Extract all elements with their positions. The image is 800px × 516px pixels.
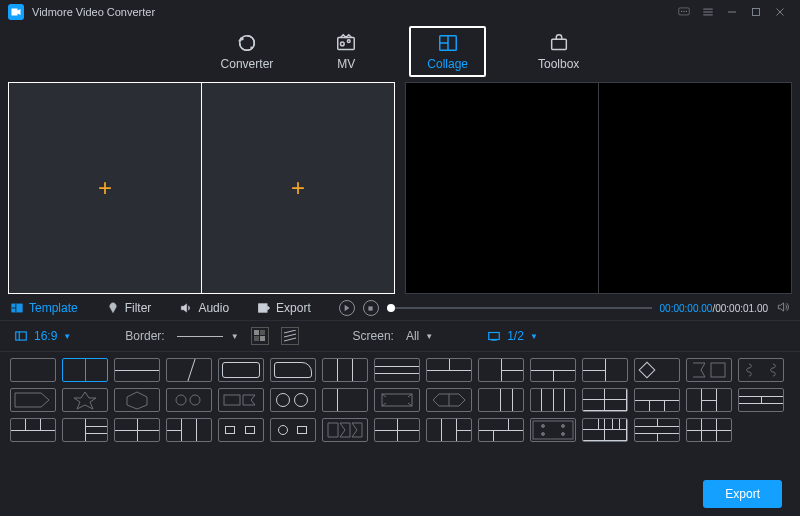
template-item[interactable]: [322, 388, 368, 412]
template-item[interactable]: [478, 358, 524, 382]
svg-point-35: [542, 425, 545, 428]
collage-slot[interactable]: +: [202, 83, 394, 293]
template-item[interactable]: [374, 358, 420, 382]
border-color-button[interactable]: [251, 327, 269, 345]
nav-converter-label: Converter: [221, 57, 274, 71]
template-item[interactable]: [634, 388, 680, 412]
nav-mv[interactable]: MV: [325, 28, 367, 75]
nav-toolbox[interactable]: Toolbox: [528, 28, 589, 75]
svg-point-2: [683, 11, 684, 12]
template-item[interactable]: [582, 418, 628, 442]
export-button[interactable]: Export: [703, 480, 782, 508]
time-total: 00:00:01.00: [715, 303, 768, 314]
stop-button[interactable]: [363, 300, 379, 316]
svg-rect-34: [533, 421, 573, 439]
maximize-button[interactable]: [744, 3, 768, 21]
template-item[interactable]: [426, 358, 472, 382]
template-item[interactable]: [218, 358, 264, 382]
template-item[interactable]: [582, 358, 628, 382]
svg-point-37: [542, 433, 545, 436]
border-style-select[interactable]: ▼: [177, 332, 239, 341]
minimize-button[interactable]: [720, 3, 744, 21]
template-item[interactable]: [166, 358, 212, 382]
template-item[interactable]: [322, 358, 368, 382]
svg-rect-16: [260, 330, 265, 335]
menu-icon[interactable]: [696, 3, 720, 21]
template-item[interactable]: [478, 418, 524, 442]
template-item[interactable]: [114, 358, 160, 382]
template-item[interactable]: [426, 388, 472, 412]
feedback-icon[interactable]: [672, 3, 696, 21]
screen-select[interactable]: All ▼: [406, 329, 433, 343]
template-item[interactable]: [270, 418, 316, 442]
subtab-audio[interactable]: Audio: [179, 301, 229, 315]
svg-rect-19: [489, 333, 500, 340]
border-pattern-button[interactable]: [281, 327, 299, 345]
template-toolbar: 16:9 ▼ Border: ▼ Screen: All ▼ 1/2 ▼: [0, 320, 800, 352]
template-item[interactable]: [10, 358, 56, 382]
svg-point-1: [681, 11, 682, 12]
template-item[interactable]: [530, 418, 576, 442]
template-item[interactable]: [322, 418, 368, 442]
template-item[interactable]: [62, 358, 108, 382]
svg-rect-13: [369, 306, 373, 310]
template-item[interactable]: [114, 418, 160, 442]
template-item[interactable]: [114, 388, 160, 412]
svg-rect-20: [491, 340, 497, 341]
template-item[interactable]: [166, 388, 212, 412]
template-item[interactable]: [166, 418, 212, 442]
template-item[interactable]: [478, 388, 524, 412]
time-current: 00:00:00.00: [660, 303, 713, 314]
seek-slider[interactable]: [387, 307, 652, 309]
collage-slot[interactable]: +: [9, 83, 202, 293]
aspect-ratio-value: 16:9: [34, 329, 57, 343]
sub-tab-bar: Template Filter Audio Export 00:00:00.00…: [0, 294, 800, 320]
subtab-export[interactable]: Export: [257, 301, 311, 315]
subtab-template-label: Template: [29, 301, 78, 315]
svg-rect-29: [382, 394, 412, 406]
template-item[interactable]: [270, 358, 316, 382]
template-item[interactable]: [686, 388, 732, 412]
template-item[interactable]: [270, 388, 316, 412]
template-item[interactable]: [426, 418, 472, 442]
aspect-ratio-select[interactable]: 16:9 ▼: [14, 329, 71, 343]
template-item[interactable]: [634, 418, 680, 442]
template-item[interactable]: [62, 418, 108, 442]
nav-collage-label: Collage: [427, 57, 468, 71]
nav-converter[interactable]: Converter: [211, 28, 284, 75]
svg-marker-22: [15, 393, 49, 407]
template-item[interactable]: [686, 358, 732, 382]
svg-point-7: [341, 42, 345, 46]
svg-rect-21: [711, 363, 725, 377]
template-item[interactable]: [738, 358, 784, 382]
subtab-template[interactable]: Template: [10, 301, 78, 315]
template-item[interactable]: [686, 418, 732, 442]
template-item[interactable]: [582, 388, 628, 412]
template-item[interactable]: [10, 388, 56, 412]
svg-marker-32: [340, 423, 350, 437]
page-value: 1/2: [507, 329, 524, 343]
titlebar: Vidmore Video Converter: [0, 0, 800, 24]
template-item[interactable]: [530, 358, 576, 382]
volume-icon[interactable]: [776, 300, 790, 316]
svg-rect-18: [260, 336, 265, 341]
template-item[interactable]: [634, 358, 680, 382]
subtab-filter[interactable]: Filter: [106, 301, 152, 315]
svg-marker-33: [352, 423, 362, 437]
template-item[interactable]: [10, 418, 56, 442]
template-item[interactable]: [218, 418, 264, 442]
page-select[interactable]: 1/2 ▼: [487, 329, 538, 343]
template-item[interactable]: [530, 388, 576, 412]
close-button[interactable]: [768, 3, 792, 21]
nav-collage[interactable]: Collage: [409, 26, 486, 77]
template-item[interactable]: [62, 388, 108, 412]
svg-rect-10: [551, 39, 566, 49]
nav-mv-label: MV: [337, 57, 355, 71]
template-item[interactable]: [374, 388, 420, 412]
template-item[interactable]: [218, 388, 264, 412]
play-button[interactable]: [339, 300, 355, 316]
player-controls: 00:00:00.00/00:00:01.00: [339, 300, 790, 316]
template-item[interactable]: [738, 388, 784, 412]
svg-point-25: [176, 395, 186, 405]
template-item[interactable]: [374, 418, 420, 442]
